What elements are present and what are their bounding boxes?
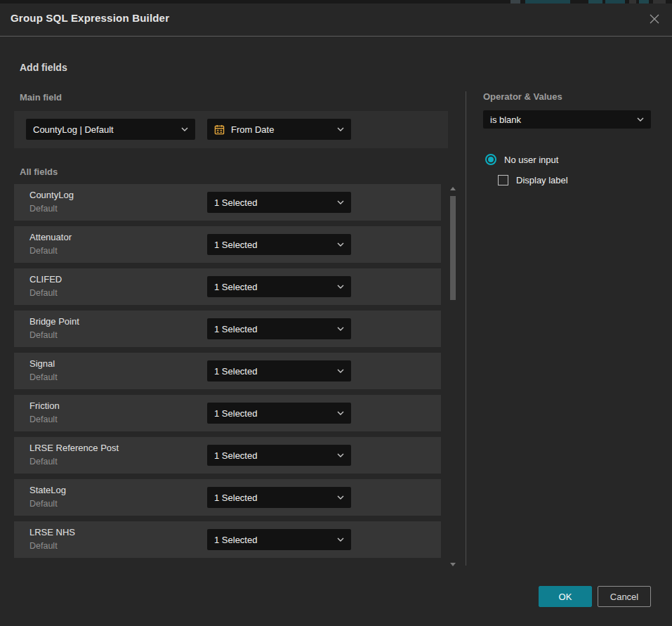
field-row-friction: FrictionDefault1 Selected — [14, 395, 441, 431]
field-row-attenuator: AttenuatorDefault1 Selected — [14, 226, 441, 263]
all-fields-label: All fields — [20, 167, 58, 177]
field-name: Friction — [29, 400, 60, 411]
field-row-bridge-point: Bridge PointDefault1 Selected — [14, 311, 441, 347]
field-row-statelog: StateLogDefault1 Selected — [14, 479, 441, 516]
field-name: Bridge Point — [29, 316, 79, 327]
field-subtitle: Default — [29, 330, 58, 340]
list-scrollbar[interactable] — [449, 184, 457, 568]
field-selected-dropdown[interactable]: 1 Selected — [207, 276, 351, 297]
main-field-label: Main field — [20, 92, 62, 103]
display-label-checkbox[interactable]: Display label — [498, 175, 568, 185]
chevron-down-icon — [337, 495, 344, 500]
chevron-down-icon — [337, 369, 344, 373]
chevron-down-icon — [337, 411, 344, 415]
main-field-box: CountyLog | Default From Date — [14, 111, 448, 148]
operator-values-label: Operator & Values — [483, 91, 562, 102]
group-sql-expression-builder-dialog: Group SQL Expression Builder Add fields … — [0, 4, 672, 626]
field-selected-dropdown[interactable]: 1 Selected — [207, 318, 351, 339]
field-subtitle: Default — [29, 372, 58, 382]
field-name: Signal — [29, 358, 55, 369]
field-subtitle: Default — [29, 415, 58, 424]
field-selected-dropdown[interactable]: 1 Selected — [207, 529, 351, 550]
close-icon — [649, 13, 660, 27]
field-subtitle: Default — [29, 457, 58, 467]
field-name: CLIFED — [29, 274, 62, 285]
field-selected-dropdown[interactable]: 1 Selected — [207, 360, 351, 382]
field-selected-value: 1 Selected — [214, 240, 333, 250]
checkbox-unchecked-icon — [498, 175, 508, 185]
field-selected-value: 1 Selected — [214, 324, 333, 334]
operator-dropdown[interactable]: is blank — [483, 110, 651, 129]
field-name: LRSE NHS — [29, 527, 75, 537]
chevron-down-icon — [337, 200, 344, 204]
no-user-input-label: No user input — [504, 155, 558, 165]
field-subtitle: Default — [29, 541, 58, 551]
main-field-field-dropdown[interactable]: From Date — [207, 119, 351, 140]
field-selected-value: 1 Selected — [214, 197, 333, 208]
chevron-down-icon — [181, 127, 188, 131]
field-subtitle: Default — [29, 204, 58, 214]
scroll-down-icon[interactable] — [450, 563, 456, 566]
dialog-titlebar: Group SQL Expression Builder — [0, 4, 672, 37]
chevron-down-icon — [637, 117, 644, 122]
field-row-lrse-reference-post: LRSE Reference PostDefault1 Selected — [14, 437, 441, 474]
radio-selected-icon — [485, 154, 496, 165]
field-selected-dropdown[interactable]: 1 Selected — [207, 445, 351, 466]
main-field-field-value: From Date — [231, 124, 333, 135]
field-selected-value: 1 Selected — [214, 282, 333, 292]
cancel-button[interactable]: Cancel — [598, 586, 651, 607]
ok-button[interactable]: OK — [539, 586, 592, 607]
chevron-down-icon — [337, 242, 344, 247]
operator-value: is blank — [490, 115, 633, 125]
chevron-down-icon — [337, 327, 344, 331]
main-field-source-value: CountyLog | Default — [33, 124, 177, 135]
all-fields-list: CountyLogDefault1 SelectedAttenuatorDefa… — [14, 184, 441, 559]
main-field-source-dropdown[interactable]: CountyLog | Default — [26, 119, 195, 140]
no-user-input-radio[interactable]: No user input — [485, 154, 558, 165]
field-name: CountyLog — [29, 190, 74, 200]
close-button[interactable] — [646, 11, 663, 28]
field-subtitle: Default — [29, 499, 58, 509]
field-name: LRSE Reference Post — [29, 443, 119, 453]
chevron-down-icon — [337, 537, 344, 542]
field-selected-value: 1 Selected — [214, 366, 333, 377]
field-selected-dropdown[interactable]: 1 Selected — [207, 403, 351, 424]
field-selected-value: 1 Selected — [214, 408, 333, 419]
field-row-clifed: CLIFEDDefault1 Selected — [14, 268, 441, 305]
scroll-up-icon[interactable] — [450, 187, 456, 190]
field-row-lrse-nhs: LRSE NHSDefault1 Selected — [14, 521, 441, 558]
field-name: StateLog — [29, 485, 66, 495]
field-name: Attenuator — [29, 232, 72, 242]
field-row-countylog: CountyLogDefault1 Selected — [14, 184, 441, 221]
chevron-down-icon — [337, 285, 344, 289]
field-selected-value: 1 Selected — [214, 450, 333, 461]
dialog-title: Group SQL Expression Builder — [11, 12, 169, 24]
chevron-down-icon — [337, 127, 344, 131]
display-label-text: Display label — [516, 175, 568, 185]
field-selected-value: 1 Selected — [214, 535, 333, 545]
field-row-signal: SignalDefault1 Selected — [14, 353, 441, 389]
field-subtitle: Default — [29, 288, 58, 298]
field-subtitle: Default — [29, 246, 58, 256]
calendar-icon — [214, 124, 231, 135]
field-selected-value: 1 Selected — [214, 493, 333, 503]
add-fields-heading: Add fields — [20, 62, 67, 73]
field-selected-dropdown[interactable]: 1 Selected — [207, 192, 351, 213]
chevron-down-icon — [337, 453, 344, 457]
panel-divider — [466, 91, 466, 566]
field-selected-dropdown[interactable]: 1 Selected — [207, 234, 351, 255]
field-selected-dropdown[interactable]: 1 Selected — [207, 487, 351, 508]
scrollbar-thumb[interactable] — [450, 196, 456, 300]
